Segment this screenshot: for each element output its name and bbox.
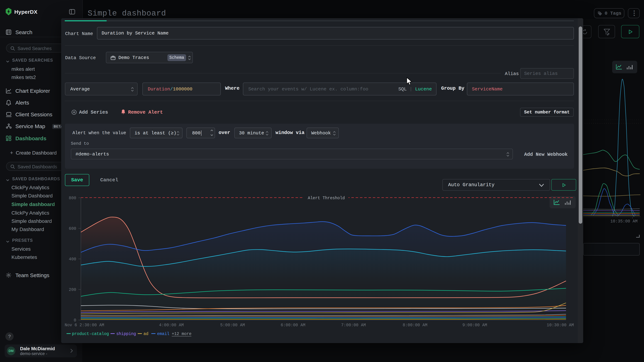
svg-text:8:00:00 AM: 8:00:00 AM <box>403 323 427 328</box>
svg-text:10:30:00 AM: 10:30:00 AM <box>547 323 574 328</box>
svg-text:Alert Threshold: Alert Threshold <box>308 196 345 200</box>
svg-text:email: email <box>157 332 170 336</box>
svg-text:product-catalog: product-catalog <box>72 332 109 336</box>
svg-text:0: 0 <box>74 318 76 323</box>
svg-text:200: 200 <box>69 288 76 292</box>
svg-text:800: 800 <box>69 196 76 200</box>
svg-text:+12 more: +12 more <box>172 332 192 336</box>
svg-text:Nov 6 2:30:00 AM: Nov 6 2:30:00 AM <box>65 323 104 328</box>
svg-text:7:00:00 AM: 7:00:00 AM <box>341 323 366 328</box>
svg-text:6:00:00 AM: 6:00:00 AM <box>281 323 305 328</box>
svg-text:5:00:00 AM: 5:00:00 AM <box>220 323 245 328</box>
svg-text:4:00:00 AM: 4:00:00 AM <box>159 323 184 328</box>
svg-text:400: 400 <box>69 257 76 262</box>
svg-text:shipping: shipping <box>116 332 136 336</box>
svg-text:9:00:00 AM: 9:00:00 AM <box>462 323 487 328</box>
svg-text:ad: ad <box>144 332 148 336</box>
svg-text:600: 600 <box>69 226 76 231</box>
